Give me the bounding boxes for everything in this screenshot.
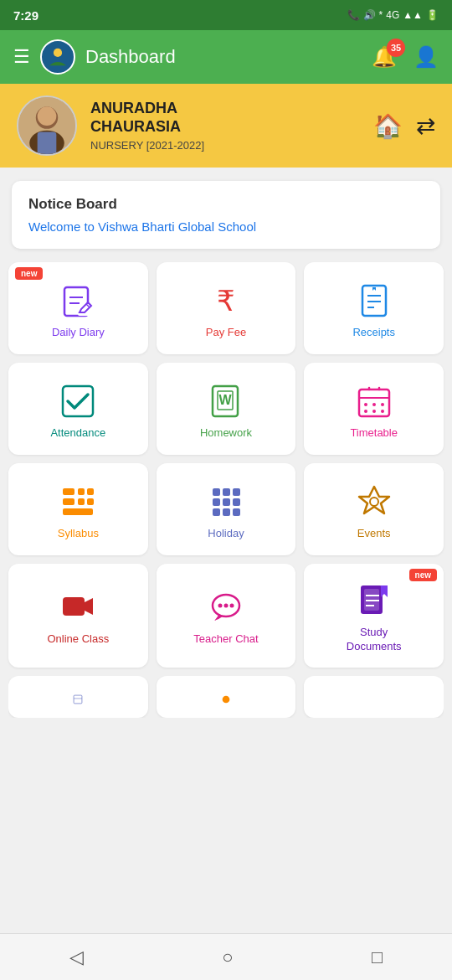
study-documents-icon	[356, 582, 393, 619]
svg-rect-32	[78, 488, 85, 495]
partial-item-1[interactable]	[8, 676, 148, 718]
profile-actions: 🏠 ⇄	[373, 112, 435, 140]
header-actions: 🔔 35 👤	[372, 45, 439, 69]
study-documents-item[interactable]: new StudyDocuments	[304, 564, 444, 668]
svg-rect-46	[233, 508, 240, 516]
user-profile-icon[interactable]: 👤	[413, 45, 439, 69]
svg-point-5	[38, 106, 57, 126]
svg-rect-37	[63, 508, 93, 515]
partial-icon-1	[65, 694, 90, 704]
avatar	[17, 95, 77, 156]
home-action-icon[interactable]: 🏠	[373, 112, 403, 140]
attendance-icon	[59, 383, 96, 420]
bluetooth-icon: *	[379, 9, 383, 21]
pay-fee-icon: ₹	[208, 282, 244, 319]
app-logo	[40, 39, 75, 75]
holiday-icon	[208, 483, 244, 520]
teacher-chat-icon	[208, 589, 244, 626]
switch-action-icon[interactable]: ⇄	[416, 112, 435, 140]
svg-rect-6	[38, 132, 57, 154]
svg-rect-41	[213, 498, 220, 506]
online-class-item[interactable]: Online Class	[8, 564, 148, 668]
svg-point-26	[372, 403, 376, 406]
pay-fee-item[interactable]: ₹ Pay Fee	[157, 262, 296, 354]
back-button[interactable]: ◁	[69, 946, 84, 968]
notification-badge: 35	[387, 39, 405, 57]
status-icons: 📞 🔊 * 4G ▲▲ 🔋	[347, 9, 439, 21]
grid-row-1: new Daily Diary ₹ Pay Fee	[8, 262, 444, 354]
homework-item[interactable]: W Homework	[157, 363, 296, 455]
receipts-icon	[356, 282, 393, 319]
status-time: 7:29	[13, 8, 39, 23]
svg-rect-43	[233, 498, 240, 506]
receipts-label: Receipts	[352, 326, 395, 340]
syllabus-icon	[59, 483, 96, 520]
svg-point-53	[230, 604, 234, 608]
svg-point-47	[370, 498, 378, 506]
daily-diary-item[interactable]: new Daily Diary	[8, 262, 148, 354]
attendance-item[interactable]: Attendance	[8, 363, 148, 455]
events-item[interactable]: Events	[304, 463, 444, 555]
svg-rect-40	[233, 488, 240, 496]
attendance-label: Attendance	[50, 426, 105, 441]
notification-button[interactable]: 🔔 35	[372, 45, 397, 69]
svg-point-62	[223, 695, 230, 703]
daily-diary-label: Daily Diary	[52, 326, 105, 340]
volume-icon: 🔊	[363, 9, 376, 21]
online-class-label: Online Class	[47, 632, 109, 647]
recent-button[interactable]: □	[372, 946, 383, 968]
partial-item-2[interactable]	[157, 676, 296, 718]
status-bar: 7:29 📞 🔊 * 4G ▲▲ 🔋	[0, 0, 452, 30]
menu-grid: new Daily Diary ₹ Pay Fee	[0, 262, 452, 718]
grid-row-4: Online Class Teacher Chat new	[8, 564, 444, 668]
svg-rect-38	[213, 488, 220, 496]
logo-svg	[44, 43, 72, 71]
svg-rect-39	[223, 488, 230, 496]
header-title: Dashboard	[85, 46, 372, 68]
signal-icon: ▲▲	[403, 9, 423, 21]
svg-point-29	[372, 410, 376, 413]
syllabus-label: Syllabus	[58, 527, 99, 541]
syllabus-item[interactable]: Syllabus	[8, 463, 148, 555]
svg-point-30	[381, 410, 384, 413]
profile-name: ANURADHACHAURASIA	[90, 100, 360, 136]
pay-fee-label: Pay Fee	[206, 326, 246, 340]
study-documents-label: StudyDocuments	[347, 626, 402, 654]
notice-title: Notice Board	[28, 196, 424, 213]
svg-rect-42	[223, 498, 230, 506]
profile-class: NURSERY [2021-2022]	[90, 139, 360, 152]
network-icon: 4G	[386, 9, 399, 21]
svg-rect-60	[74, 695, 82, 704]
grid-row-5-partial	[8, 676, 444, 718]
teacher-chat-item[interactable]: Teacher Chat	[157, 564, 296, 668]
homework-icon: W	[208, 383, 244, 420]
holiday-item[interactable]: Holiday	[157, 463, 296, 555]
timetable-item[interactable]: Timetable	[304, 363, 444, 455]
online-class-icon	[59, 589, 96, 626]
notice-text[interactable]: Welcome to Vishwa Bharti Global School	[28, 219, 424, 234]
svg-point-28	[364, 410, 367, 413]
svg-text:₹: ₹	[217, 285, 235, 317]
profile-banner: ANURADHACHAURASIA NURSERY [2021-2022] 🏠 …	[0, 84, 452, 168]
svg-marker-59	[381, 585, 388, 597]
menu-icon[interactable]: ☰	[13, 46, 30, 68]
new-badge-documents: new	[409, 569, 437, 581]
svg-text:W: W	[218, 393, 232, 407]
timetable-label: Timetable	[350, 426, 398, 441]
svg-point-25	[364, 403, 367, 406]
events-icon	[356, 483, 393, 520]
svg-marker-49	[85, 598, 93, 615]
svg-rect-45	[223, 508, 230, 516]
avatar-svg	[18, 97, 75, 154]
timetable-icon	[356, 383, 393, 420]
events-label: Events	[357, 527, 391, 541]
new-badge: new	[15, 267, 43, 280]
partial-item-3[interactable]	[304, 676, 444, 718]
home-button[interactable]: ○	[222, 946, 233, 968]
svg-point-51	[218, 604, 223, 608]
receipts-item[interactable]: Receipts	[304, 262, 444, 354]
partial-icon-2	[213, 694, 239, 704]
navigation-bar: ◁ ○ □	[0, 933, 452, 980]
teacher-chat-label: Teacher Chat	[193, 632, 258, 647]
homework-label: Homework	[200, 426, 252, 441]
